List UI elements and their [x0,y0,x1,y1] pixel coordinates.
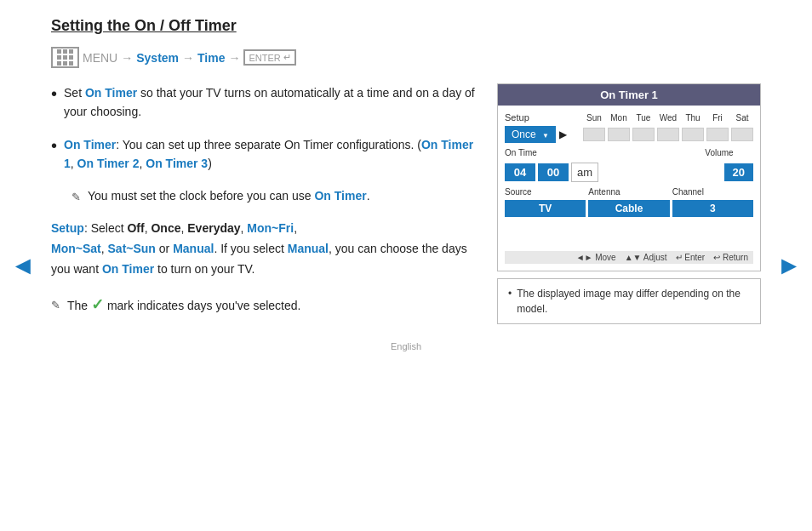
status-return: ↩ Return [713,253,748,262]
day-cb-sun[interactable] [583,128,605,141]
bullet-text-2: On Timer: You can set up three separate … [64,135,477,174]
day-checkboxes [583,128,753,141]
dropdown-right-arrow[interactable]: ▶ [559,128,567,140]
timer-setup-header: Setup Sun Mon Tue Wed Thu Fri Sat [505,112,753,123]
on-timer-note-link[interactable]: On Timer [314,189,366,203]
menu-arrow3: → [228,51,240,65]
note-icon: ✎ [71,189,81,206]
setup-dropdown-row: Once ▼ ▶ [505,126,753,143]
info-box: • The displayed image may differ dependi… [497,278,761,324]
status-move: ◄► Move [576,253,616,262]
day-fri: Fri [706,113,729,123]
setup-section: Setup: Select Off, Once, Everyday, Mon~F… [51,219,477,279]
day-cb-sat[interactable] [731,128,753,141]
manual-option: Manual [173,242,214,255]
bullet-item-2: • On Timer: You can set up three separat… [51,135,477,174]
menu-icon [51,47,79,68]
day-cb-wed[interactable] [657,128,679,141]
time-link[interactable]: Time [197,51,225,65]
mon-sat-option: Mon~Sat [51,242,101,255]
on-timer-link-1[interactable]: On Timer [85,86,137,100]
day-cb-fri[interactable] [706,128,729,141]
manual-option-2: Manual [288,242,329,255]
once-option: Once [151,221,180,235]
day-cb-tue[interactable] [632,128,655,141]
page-title: Setting the On / Off Timer [51,17,761,35]
day-headers: Sun Mon Tue Wed Thu Fri Sat [583,113,753,123]
nav-right-arrow[interactable]: ► [776,251,802,280]
checkmark-note-icon: ✎ [51,297,60,315]
channel-value[interactable]: 3 [672,200,753,217]
right-column: On Timer 1 Setup Sun Mon Tue Wed Thu Fri… [497,83,761,324]
menu-path: MENU → System → Time → ENTER ↵ [51,47,761,68]
menu-arrow1: → [121,51,133,65]
note-block: ✎ You must set the clock before you can … [71,187,477,206]
enter-icon: ENTER ↵ [243,49,295,66]
hour-cell[interactable]: 04 [505,163,535,181]
time-volume-labels: On Time Volume [505,148,753,159]
timer-box: On Timer 1 Setup Sun Mon Tue Wed Thu Fri… [497,83,761,271]
day-mon: Mon [608,113,630,123]
timer-status-bar: ◄► Move ▲▼ Adjust ↵ Enter ↩ Return [505,251,753,264]
setup-dropdown[interactable]: Once ▼ [505,126,556,143]
timer-title: On Timer 1 [498,84,760,106]
on-timer-2-link[interactable]: On Timer 2 [77,157,140,170]
antenna-label: Antenna [588,187,669,197]
sat-sun-option: Sat~Sun [108,242,156,255]
everyday-option: Everyday [187,221,240,235]
on-timer-3-link[interactable]: On Timer 3 [146,157,208,170]
source-value[interactable]: TV [505,200,586,217]
volume-cell[interactable]: 20 [724,163,753,181]
channel-label: Channel [672,187,753,197]
menu-arrow2: → [182,51,194,65]
bullet-item-1: • Set On Timer so that your TV turns on … [51,83,477,122]
mon-fri-option: Mon~Fri [247,221,294,235]
info-bullet: • [508,286,512,301]
off-option: Off [127,221,144,235]
volume-label: Volume [685,148,753,157]
system-link[interactable]: System [136,51,179,65]
bullet-text-1: Set On Timer so that your TV turns on au… [64,83,477,122]
bullet-dot-1: • [51,83,57,104]
on-timer-label[interactable]: On Timer [64,138,116,151]
status-enter: ↵ Enter [676,253,706,262]
antenna-value[interactable]: Cable [588,200,669,217]
day-tue: Tue [632,113,655,123]
status-adjust: ▲▼ Adjust [625,253,667,262]
info-text: The displayed image may differ depending… [517,286,750,317]
left-column: • Set On Timer so that your TV turns on … [51,83,477,317]
timer-empty-area [505,220,753,246]
day-wed: Wed [657,113,679,123]
day-sat: Sat [731,113,753,123]
timer-body: Setup Sun Mon Tue Wed Thu Fri Sat [498,106,760,271]
minute-cell[interactable]: 00 [538,163,569,181]
source-label: Source [505,187,586,197]
on-timer-inline[interactable]: On Timer [102,262,154,276]
menu-label: MENU [83,51,117,65]
setup-field-label: Setup [505,112,529,123]
checkmark-symbol: ✓ [91,296,104,313]
day-cb-thu[interactable] [682,128,704,141]
on-time-label: On Time [505,148,685,157]
footer-language: English [51,341,761,351]
bullet-dot-2: • [51,135,57,156]
day-thu: Thu [682,113,704,123]
ampm-cell[interactable]: am [571,163,598,182]
setup-label: Setup [51,221,84,235]
dropdown-arrow: ▼ [542,132,549,140]
day-cb-mon[interactable] [608,128,630,141]
checkmark-note: ✎ The ✓ mark indicates days you've selec… [51,293,477,317]
nav-left-arrow[interactable]: ◄ [10,251,36,280]
day-sun: Sun [583,113,605,123]
